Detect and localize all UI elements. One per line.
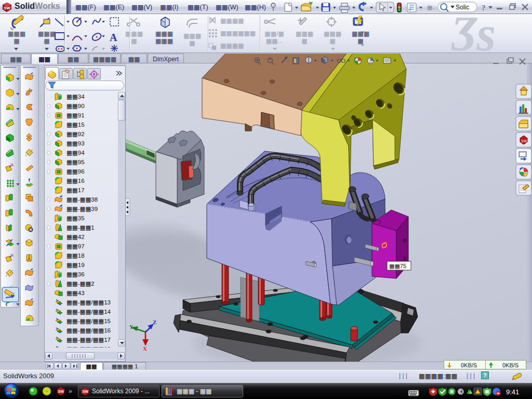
svg-text:A: A	[110, 32, 117, 43]
svg-text:Z: Z	[153, 319, 156, 325]
svg-text:9:41: 9:41	[506, 388, 519, 396]
svg-text:»: »	[69, 388, 72, 395]
svg-text:SW: SW	[521, 139, 527, 143]
svg-text:▦▦75: ▦▦75	[389, 263, 406, 269]
svg-text:▦..: ▦..	[427, 4, 436, 10]
svg-text:SW: SW	[83, 390, 89, 393]
svg-text:SW: SW	[4, 6, 10, 10]
svg-text:SW: SW	[58, 390, 64, 393]
svg-text:X: X	[143, 345, 147, 352]
svg-text:Y: Y	[129, 324, 134, 330]
